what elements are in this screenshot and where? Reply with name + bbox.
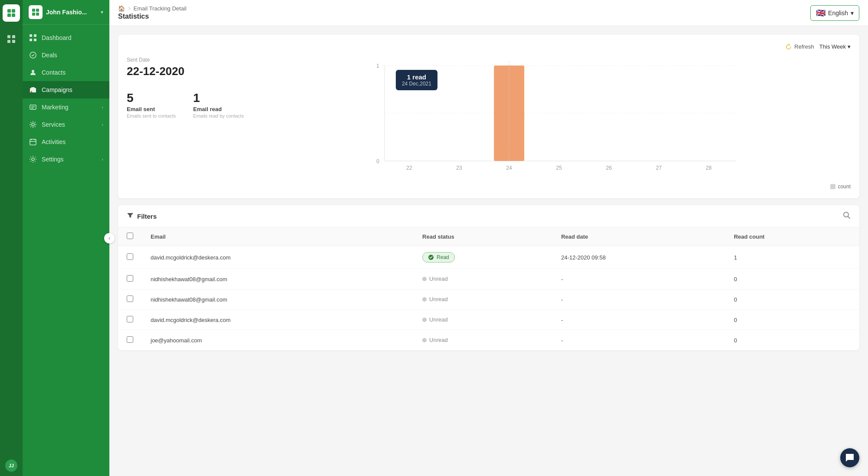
svg-rect-5 xyxy=(12,35,15,38)
svg-rect-13 xyxy=(34,34,36,37)
marketing-icon xyxy=(29,103,37,112)
filter-header: Filters xyxy=(118,205,859,227)
check-circle-icon xyxy=(428,254,434,260)
search-button[interactable] xyxy=(843,211,851,221)
table-body: david.mcgoldrick@deskera.com Read 24-12-… xyxy=(118,246,859,351)
breadcrumb: 🏠 > Email Tracking Detail xyxy=(118,5,187,12)
email-sent-count: 5 xyxy=(127,91,176,105)
flag-icon: 🇬🇧 xyxy=(816,8,825,18)
dashboard-icon xyxy=(29,33,37,42)
legend-label: count xyxy=(838,184,851,190)
status-unread-badge: Unread xyxy=(422,337,448,343)
row-checkbox-4[interactable] xyxy=(127,336,133,343)
svg-text:26: 26 xyxy=(606,165,612,171)
status-unread-badge: Unread xyxy=(422,316,448,323)
activities-label: Activities xyxy=(42,138,103,145)
row-checkbox-2[interactable] xyxy=(127,295,133,302)
legend-dot-icon xyxy=(830,184,835,189)
unread-dot-icon xyxy=(422,318,427,322)
row-email-1: nidhishekhawat08@gmail.com xyxy=(142,269,414,289)
row-email-3: david.mcgoldrick@deskera.com xyxy=(142,310,414,330)
email-read-label: Email read xyxy=(193,106,244,112)
th-read-status: Read status xyxy=(414,227,552,246)
row-checkbox-cell xyxy=(118,310,142,330)
email-sent-desc: Emails sent to contacts xyxy=(127,113,176,118)
select-all-checkbox[interactable] xyxy=(127,233,133,239)
svg-point-22 xyxy=(32,158,34,161)
settings-arrow-icon: › xyxy=(102,157,103,162)
marketing-label: Marketing xyxy=(42,104,97,111)
email-read-count: 1 xyxy=(193,91,244,105)
sidebar-header[interactable]: John Fashio... ▾ xyxy=(23,0,109,25)
company-name: John Fashio... xyxy=(46,9,97,16)
svg-rect-9 xyxy=(36,9,39,12)
svg-rect-3 xyxy=(12,13,15,17)
svg-text:28: 28 xyxy=(706,165,712,171)
breadcrumb-parent: Email Tracking Detail xyxy=(134,5,187,12)
svg-rect-7 xyxy=(12,40,15,43)
topbar: 🏠 > Email Tracking Detail Statistics 🇬🇧 … xyxy=(109,0,868,26)
row-date-1: - xyxy=(552,269,725,289)
sidebar-collapse-button[interactable]: ‹ xyxy=(104,233,115,243)
svg-rect-12 xyxy=(30,34,32,37)
services-icon xyxy=(29,120,37,129)
row-date-3: - xyxy=(552,310,725,330)
sidebar-item-dashboard[interactable]: Dashboard xyxy=(23,29,109,46)
language-selector[interactable]: 🇬🇧 English ▾ xyxy=(810,5,859,21)
row-count-2: 0 xyxy=(725,289,859,310)
content-area: Refresh This Week ▾ Sent Date 22-12-2020… xyxy=(109,26,868,476)
svg-text:22: 22 xyxy=(406,165,412,171)
period-selector[interactable]: This Week ▾ xyxy=(819,43,851,50)
row-email-2: nidhishekhawat08@gmail.com xyxy=(142,289,414,310)
unread-dot-icon xyxy=(422,338,427,342)
status-read-badge: Read xyxy=(422,252,455,263)
sidebar-item-services[interactable]: Services › xyxy=(23,116,109,133)
email-sent-stat: 5 Email sent Emails sent to contacts xyxy=(127,91,176,118)
user-avatar-small[interactable]: JJ xyxy=(5,460,17,472)
sidebar-item-contacts[interactable]: Contacts xyxy=(23,64,109,81)
svg-text:25: 25 xyxy=(556,165,562,171)
refresh-button[interactable]: Refresh xyxy=(786,43,814,50)
row-count-1: 0 xyxy=(725,269,859,289)
sent-date-label: Sent Date xyxy=(127,57,244,63)
unread-dot-icon xyxy=(422,277,427,281)
svg-rect-0 xyxy=(7,9,11,13)
svg-point-17 xyxy=(32,70,34,72)
contacts-icon xyxy=(29,68,37,77)
chart-card: Refresh This Week ▾ Sent Date 22-12-2020… xyxy=(118,35,859,198)
sidebar-item-activities[interactable]: Activities xyxy=(23,133,109,151)
row-status-3: Unread xyxy=(414,310,552,330)
sidebar-item-marketing[interactable]: Marketing › xyxy=(23,98,109,116)
app-logo[interactable] xyxy=(3,4,20,22)
row-count-3: 0 xyxy=(725,310,859,330)
table-row: joe@yahoomail.com Unread - 0 xyxy=(118,330,859,351)
row-checkbox-3[interactable] xyxy=(127,316,133,322)
svg-rect-2 xyxy=(7,13,11,17)
chart-info: Sent Date 22-12-2020 5 Email sent Emails… xyxy=(127,57,244,190)
marketing-arrow-icon: › xyxy=(102,105,103,110)
sidebar-item-settings[interactable]: Settings › xyxy=(23,151,109,168)
sidebar-item-deals[interactable]: Deals xyxy=(23,46,109,64)
home-icon[interactable]: 🏠 xyxy=(118,5,125,12)
filter-funnel-icon xyxy=(127,212,134,220)
svg-point-20 xyxy=(32,123,34,126)
services-label: Services xyxy=(42,121,97,128)
chart-body: Sent Date 22-12-2020 5 Email sent Emails… xyxy=(127,57,851,190)
refresh-label: Refresh xyxy=(794,43,814,50)
row-status-1: Unread xyxy=(414,269,552,289)
row-status-2: Unread xyxy=(414,289,552,310)
row-checkbox-1[interactable] xyxy=(127,275,133,282)
dashboard-label: Dashboard xyxy=(42,34,103,41)
th-read-count: Read count xyxy=(725,227,859,246)
deals-label: Deals xyxy=(42,52,103,59)
th-read-date: Read date xyxy=(552,227,725,246)
page-title: Statistics xyxy=(118,13,187,20)
chat-bubble-button[interactable] xyxy=(840,448,859,467)
row-checkbox-0[interactable] xyxy=(127,253,133,260)
settings-label: Settings xyxy=(42,156,97,163)
row-checkbox-cell xyxy=(118,269,142,289)
sidebar-item-campaigns[interactable]: Campaigns xyxy=(23,81,109,98)
chart-area: 0 1 22 23 24 25 26 27 28 xyxy=(257,57,851,190)
row-date-4: - xyxy=(552,330,725,351)
apps-grid-icon[interactable] xyxy=(3,31,19,47)
